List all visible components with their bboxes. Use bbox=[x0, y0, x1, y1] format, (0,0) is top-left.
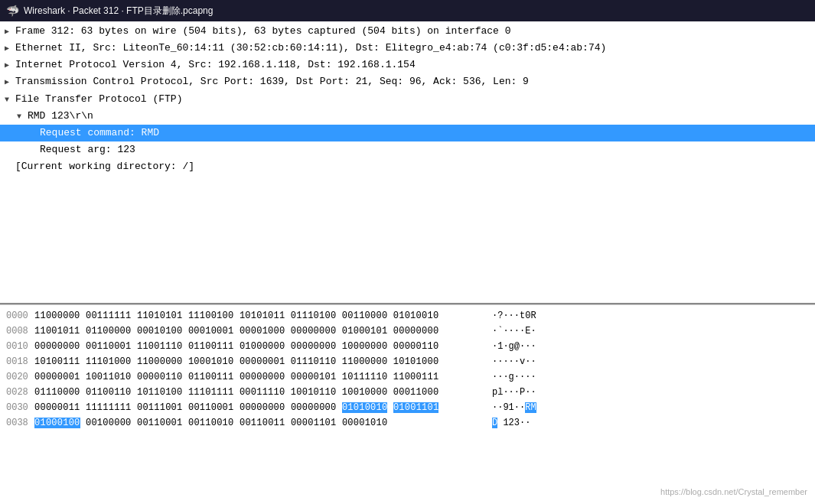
hex-ascii: ·?···t0R bbox=[486, 309, 536, 323]
hex-row: 002801110000 01100110 10110100 11101111 … bbox=[0, 385, 815, 400]
hex-row: 001810100111 11101000 11000000 10001010 … bbox=[0, 354, 815, 369]
window-title: Wireshark · Packet 312 · FTP目录删除.pcapng bbox=[24, 5, 213, 18]
hex-ascii: ·1·g@··· bbox=[486, 340, 536, 353]
hex-row: 000811001011 01100000 00010100 00010001 … bbox=[0, 324, 815, 339]
title-bar: 🦈 Wireshark · Packet 312 · FTP目录删除.pcapn… bbox=[0, 0, 815, 21]
main-content: Frame 312: 63 bytes on wire (504 bits), … bbox=[0, 21, 815, 504]
tree-item-label: Request command: RMD bbox=[40, 127, 159, 138]
expand-arrow bbox=[5, 26, 15, 38]
hex-bytes[interactable]: 11001011 01100000 00010100 00010001 0000… bbox=[34, 324, 486, 338]
tree-item-label: Frame 312: 63 bytes on wire (504 bits), … bbox=[15, 25, 511, 37]
tree-item-ftp-cwd[interactable]: [Current working directory: /] bbox=[0, 158, 815, 175]
hex-dump-pane[interactable]: 000011000000 00111111 11010101 11100100 … bbox=[0, 304, 815, 504]
hex-bytes[interactable]: 10100111 11101000 11000000 10001010 0000… bbox=[34, 355, 486, 369]
hex-offset: 0018 bbox=[0, 355, 34, 369]
hex-row: 000011000000 00111111 11010101 11100100 … bbox=[0, 308, 815, 324]
expand-arrow bbox=[5, 60, 15, 72]
expand-arrow bbox=[5, 43, 15, 55]
hex-bytes[interactable]: 00000001 10011010 00000110 01100111 0000… bbox=[34, 370, 486, 384]
tree-item-ftp-cmd[interactable]: Request command: RMD bbox=[0, 125, 815, 141]
hex-bytes[interactable]: 01110000 01100110 10110100 11101111 0001… bbox=[34, 385, 486, 399]
tree-item-label: [Current working directory: /] bbox=[15, 161, 194, 172]
tree-item-tcp[interactable]: Transmission Control Protocol, Src Port:… bbox=[0, 73, 815, 90]
hex-ascii: ···g···· bbox=[486, 370, 536, 384]
hex-row: 003000000011 11111111 00111001 00110001 … bbox=[0, 400, 815, 415]
hex-offset: 0010 bbox=[0, 340, 34, 353]
hex-ascii: ··91··RM bbox=[486, 401, 536, 415]
tree-item-label: File Transfer Protocol (FTP) bbox=[15, 93, 182, 105]
hex-offset: 0008 bbox=[0, 324, 34, 338]
tree-item-ftp-arg[interactable]: Request arg: 123 bbox=[0, 141, 815, 158]
hex-bytes[interactable]: 11000000 00111111 11010101 11100100 1010… bbox=[34, 309, 486, 323]
packet-details-pane[interactable]: Frame 312: 63 bytes on wire (504 bits), … bbox=[0, 21, 815, 304]
tree-item-label: Ethernet II, Src: LiteonTe_60:14:11 (30:… bbox=[15, 42, 606, 54]
tree-item-frame[interactable]: Frame 312: 63 bytes on wire (504 bits), … bbox=[0, 23, 815, 40]
hex-offset: 0000 bbox=[0, 309, 34, 323]
hex-offset: 0028 bbox=[0, 385, 34, 399]
tree-item-ethernet[interactable]: Ethernet II, Src: LiteonTe_60:14:11 (30:… bbox=[0, 40, 815, 57]
hex-ascii: pl···P·· bbox=[486, 385, 536, 399]
expand-arrow bbox=[5, 94, 15, 106]
app-icon: 🦈 bbox=[6, 5, 19, 17]
hex-offset: 0030 bbox=[0, 401, 34, 415]
tree-item-ftp-rmd[interactable]: RMD 123\r\n bbox=[0, 108, 815, 125]
expand-arrow bbox=[17, 111, 28, 123]
tree-item-label: RMD 123\r\n bbox=[28, 110, 93, 122]
tree-item-label: Transmission Control Protocol, Src Port:… bbox=[15, 76, 529, 87]
tree-item-ip[interactable]: Internet Protocol Version 4, Src: 192.16… bbox=[0, 57, 815, 73]
hex-offset: 0020 bbox=[0, 370, 34, 384]
hex-ascii: D 123·· bbox=[486, 416, 530, 430]
hex-row: 002000000001 10011010 00000110 01100111 … bbox=[0, 369, 815, 385]
hex-bytes[interactable]: 00000000 00110001 11001110 01100111 0100… bbox=[34, 340, 486, 353]
tree-item-label: Request arg: 123 bbox=[40, 144, 135, 155]
hex-offset: 0038 bbox=[0, 416, 34, 430]
hex-row: 001000000000 00110001 11001110 01100111 … bbox=[0, 339, 815, 354]
hex-bytes[interactable]: 00000011 11111111 00111001 00110001 0000… bbox=[34, 401, 486, 415]
watermark: https://blog.csdn.net/Crystal_remember bbox=[660, 487, 807, 496]
hex-ascii: ·····v·· bbox=[486, 355, 536, 369]
tree-item-ftp[interactable]: File Transfer Protocol (FTP) bbox=[0, 91, 815, 108]
expand-arrow bbox=[5, 76, 15, 89]
hex-ascii: ·`····E· bbox=[486, 324, 536, 338]
hex-bytes[interactable]: 01000100 00100000 00110001 00110010 0011… bbox=[34, 416, 486, 430]
tree-item-label: Internet Protocol Version 4, Src: 192.16… bbox=[15, 59, 416, 70]
hex-row: 003801000100 00100000 00110001 00110010 … bbox=[0, 415, 815, 431]
